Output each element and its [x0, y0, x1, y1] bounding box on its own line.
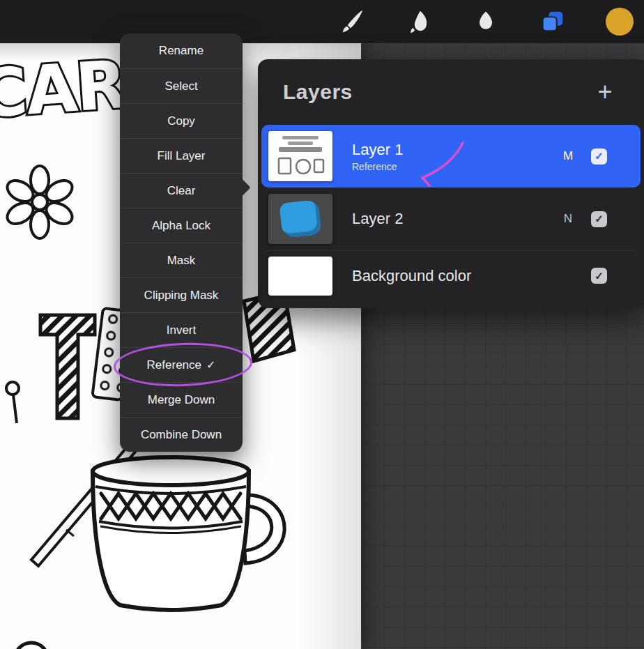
check-icon: ✓: [595, 270, 604, 282]
layer-visibility-checkbox[interactable]: ✓: [591, 211, 607, 227]
layer-1-thumbnail: [268, 131, 332, 181]
layer-reference-badge: Reference: [352, 161, 403, 172]
menu-item-clear[interactable]: Clear: [120, 173, 243, 208]
layers-tool-button[interactable]: [538, 7, 567, 36]
color-swatch: [606, 8, 634, 36]
layer-row-layer-2[interactable]: Layer 2 N ✓: [261, 188, 641, 250]
layers-icon: [539, 8, 566, 35]
eraser-icon: [473, 9, 498, 34]
layer-name: Background color: [352, 267, 471, 285]
layer-row-background-color[interactable]: Background color ✓: [261, 250, 641, 300]
layer-blend-mode[interactable]: M: [558, 149, 578, 163]
layer-2-paint-blob: [279, 199, 322, 238]
check-icon: ✓: [595, 150, 604, 162]
layer-options-menu: Rename Select Copy Fill Layer Clear Alph…: [120, 33, 243, 452]
menu-item-clipping-mask[interactable]: Clipping Mask: [120, 277, 243, 312]
menu-item-merge-down[interactable]: Merge Down: [120, 382, 243, 417]
layers-panel-title: Layers: [283, 80, 353, 104]
svg-text:CAR: CAR: [0, 46, 128, 132]
brush-icon: [339, 8, 365, 35]
menu-item-alpha-lock[interactable]: Alpha Lock: [120, 208, 243, 243]
add-layer-button[interactable]: +: [591, 79, 619, 105]
layer-visibility-checkbox[interactable]: ✓: [591, 148, 607, 165]
paint-tool-button[interactable]: [337, 7, 367, 36]
smudge-tool-button[interactable]: [404, 7, 434, 36]
reference-checkmark-icon: ✓: [206, 358, 215, 372]
check-icon: ✓: [595, 213, 604, 225]
menu-item-invert[interactable]: Invert: [120, 312, 243, 347]
menu-item-copy[interactable]: Copy: [120, 103, 243, 138]
layer-name: Layer 2: [352, 210, 403, 228]
layer-visibility-checkbox[interactable]: ✓: [591, 268, 607, 284]
layer-2-thumbnail: [268, 194, 332, 244]
menu-item-reference-label: Reference: [147, 358, 201, 372]
menu-item-rename[interactable]: Rename: [120, 33, 243, 68]
menu-item-fill-layer[interactable]: Fill Layer: [120, 138, 243, 173]
layers-panel: Layers + Layer 1 Reference M ✓: [258, 59, 644, 308]
background-color-thumbnail: [268, 257, 332, 296]
menu-item-combine-down[interactable]: Combine Down: [120, 417, 243, 452]
menu-item-select[interactable]: Select: [120, 68, 243, 103]
layer-name: Layer 1: [352, 141, 403, 159]
top-toolbar: [0, 0, 644, 43]
layer-blend-mode[interactable]: N: [558, 212, 578, 226]
menu-item-mask[interactable]: Mask: [120, 243, 243, 277]
erase-tool-button[interactable]: [471, 7, 500, 36]
layers-panel-header: Layers +: [258, 59, 644, 125]
color-tool-button[interactable]: [605, 7, 634, 36]
layer-row-layer-1[interactable]: Layer 1 Reference M ✓: [261, 125, 641, 188]
smudge-icon: [406, 9, 431, 34]
menu-item-reference[interactable]: Reference ✓: [120, 347, 243, 382]
